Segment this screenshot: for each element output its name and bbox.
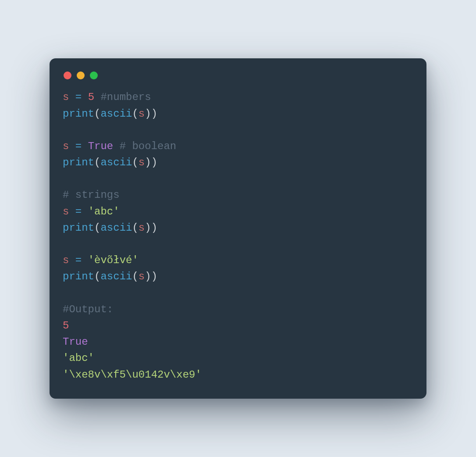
code-line: 'abc' <box>63 352 94 364</box>
token-comment: #numbers <box>100 91 151 103</box>
code-line: #Output: <box>63 303 113 315</box>
token-string: '\xe8v\xf5\u0142v\xe9' <box>63 369 202 381</box>
zoom-icon[interactable] <box>90 71 98 79</box>
token-variable: s <box>139 222 145 234</box>
token-comment: # boolean <box>120 140 177 152</box>
token-variable: s <box>139 108 145 120</box>
code-line: True <box>63 336 88 348</box>
code-line: '\xe8v\xf5\u0142v\xe9' <box>63 369 202 381</box>
token-function: ascii <box>100 271 132 282</box>
code-line: print(ascii(s)) <box>63 222 157 234</box>
token-paren: ( <box>132 271 138 282</box>
code-line: 5 <box>63 320 69 332</box>
token-operator: = <box>69 254 88 266</box>
editor-window: s = 5 #numbers print(ascii(s)) s = True … <box>50 58 426 398</box>
token-paren: ( <box>132 157 138 168</box>
token-space <box>113 140 119 152</box>
code-line: s = 'èvõłvé' <box>63 254 139 266</box>
token-paren: ( <box>94 222 100 234</box>
token-comment: #Output: <box>63 303 113 315</box>
token-function: print <box>63 222 94 234</box>
token-variable: s <box>63 140 69 152</box>
token-paren: ) <box>151 108 157 120</box>
token-variable: s <box>139 271 145 282</box>
token-keyword: True <box>63 336 88 348</box>
token-paren: ) <box>151 271 157 282</box>
token-function: ascii <box>100 157 132 168</box>
close-icon[interactable] <box>64 71 71 79</box>
token-number: 5 <box>63 320 69 332</box>
token-paren: ( <box>94 157 100 168</box>
token-paren: ( <box>94 271 100 282</box>
token-paren: ) <box>151 157 157 168</box>
code-line: s = 'abc' <box>63 206 120 218</box>
token-number: 5 <box>88 91 94 103</box>
token-variable: s <box>63 254 69 266</box>
token-variable: s <box>139 157 145 168</box>
token-paren: ( <box>132 108 138 120</box>
token-function: print <box>63 157 94 168</box>
token-string: 'abc' <box>63 352 94 364</box>
code-line: # strings <box>63 189 120 201</box>
token-operator: = <box>69 91 88 103</box>
token-comment: # strings <box>63 189 120 201</box>
code-block: s = 5 #numbers print(ascii(s)) s = True … <box>63 83 413 382</box>
stage: s = 5 #numbers print(ascii(s)) s = True … <box>0 0 476 457</box>
token-string: 'èvõłvé' <box>88 254 139 266</box>
token-operator: = <box>69 206 88 218</box>
token-variable: s <box>63 206 69 218</box>
token-paren: ) <box>145 271 151 282</box>
titlebar <box>63 70 413 83</box>
token-space <box>94 91 100 103</box>
minimize-icon[interactable] <box>77 71 85 79</box>
token-function: ascii <box>100 222 132 234</box>
code-line: print(ascii(s)) <box>63 157 157 168</box>
code-line: print(ascii(s)) <box>63 271 157 282</box>
token-paren: ) <box>145 157 151 168</box>
token-keyword: True <box>88 140 114 152</box>
token-paren: ) <box>145 108 151 120</box>
token-paren: ) <box>145 222 151 234</box>
token-paren: ( <box>132 222 138 234</box>
token-operator: = <box>69 140 88 152</box>
code-line: s = True # boolean <box>63 140 176 152</box>
token-paren: ( <box>94 108 100 120</box>
token-function: ascii <box>100 108 132 120</box>
token-variable: s <box>63 91 69 103</box>
code-line: print(ascii(s)) <box>63 108 157 120</box>
token-paren: ) <box>151 222 157 234</box>
token-function: print <box>63 108 94 120</box>
token-function: print <box>63 271 94 282</box>
code-line: s = 5 #numbers <box>63 91 151 103</box>
token-string: 'abc' <box>88 206 120 218</box>
